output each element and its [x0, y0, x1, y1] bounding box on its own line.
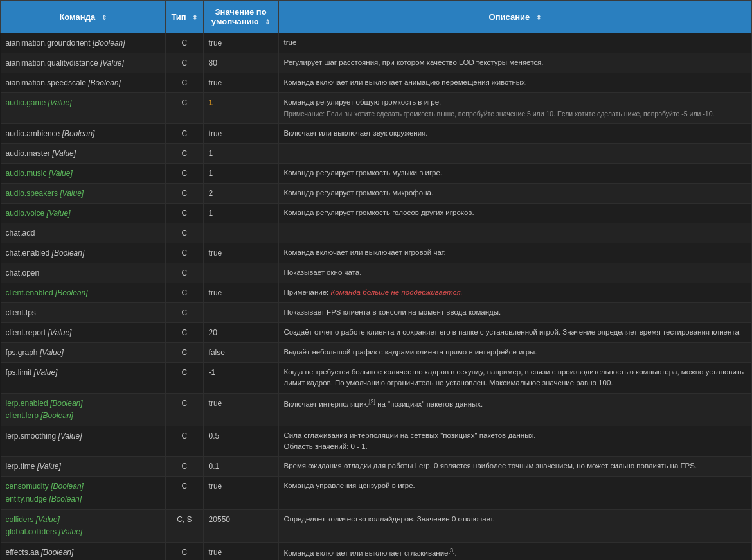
val-cell: 1: [203, 204, 278, 223]
desc-cell: Команда включает или выключает анимацию …: [278, 73, 752, 93]
header-cmd[interactable]: Команда ⇕: [1, 1, 166, 33]
sort-cmd-icon: ⇕: [102, 14, 107, 21]
table-row: aianimation.qualitydistance [Value]C80Ре…: [1, 53, 752, 73]
val-cell: 80: [203, 53, 278, 73]
table-row: fps.graph [Value]CfalseВыдаёт небольшой …: [1, 343, 752, 363]
sort-desc-icon: ⇕: [536, 14, 541, 21]
desc-cell: Команда регулирует громкость голосов дру…: [278, 204, 752, 223]
type-cell: C: [166, 164, 203, 184]
val-cell: 1: [203, 93, 278, 124]
table-row: audio.game [Value]C1Команда регулирует о…: [1, 93, 752, 124]
cmd-cell: chat.enabled [Boolean]: [1, 243, 166, 263]
desc-cell: Команда включает или выключает игровой ч…: [278, 243, 752, 263]
val-cell: true: [203, 393, 278, 426]
type-cell: C: [166, 343, 203, 363]
desc-cell: Команда управления цензурой в игре.: [278, 477, 752, 509]
type-cell: C: [166, 223, 203, 243]
table-row: censomudity [Boolean]entity.nudge [Boole…: [1, 477, 752, 509]
table-row: client.enabled [Boolean]CtrueПримечание:…: [1, 283, 752, 303]
val-cell: -1: [203, 363, 278, 394]
type-cell: C, S: [166, 509, 203, 542]
val-cell: true: [203, 477, 278, 509]
val-cell: false: [203, 343, 278, 363]
type-cell: C: [166, 93, 203, 124]
type-cell: C: [166, 53, 203, 73]
val-cell: true: [203, 124, 278, 144]
desc-cell: Команда регулирует громкость музыки в иг…: [278, 164, 752, 184]
table-row: lerp.time [Value]C0.1Время ожидания отла…: [1, 457, 752, 477]
cmd-cell: audio.master [Value]: [1, 144, 166, 164]
table-row: lerp.smoothing [Value]C0.5Сила сглаживан…: [1, 426, 752, 457]
header-type[interactable]: Тип ⇕: [166, 1, 203, 33]
cmd-cell: aianimation.groundorient [Boolean]: [1, 33, 166, 53]
cmd-cell: effects.aa [Boolean]: [1, 543, 166, 560]
desc-cell: [278, 223, 752, 243]
cmd-cell: audio.music [Value]: [1, 164, 166, 184]
desc-cell: Показывает окно чата.: [278, 263, 752, 283]
val-cell: 20550: [203, 509, 278, 542]
cmd-cell: client.report [Value]: [1, 323, 166, 343]
table-row: colliders [Value]global.colliders [Value…: [1, 509, 752, 542]
cmd-cell: lerp.smoothing [Value]: [1, 426, 166, 457]
cmd-cell: client.fps: [1, 303, 166, 323]
val-cell: true: [203, 33, 278, 53]
table-row: audio.ambience [Boolean]CtrueВключает ил…: [1, 124, 752, 144]
type-cell: C: [166, 457, 203, 477]
cmd-cell: chat.add: [1, 223, 166, 243]
cmd-cell: audio.speakers [Value]: [1, 184, 166, 204]
desc-cell: Включает или выключает звук окружения.: [278, 124, 752, 144]
cmd-cell: client.enabled [Boolean]: [1, 283, 166, 303]
table-row: audio.voice [Value]C1Команда регулирует …: [1, 204, 752, 223]
type-cell: C: [166, 283, 203, 303]
type-cell: C: [166, 323, 203, 343]
desc-cell: Сила сглаживания интерполяции на сетевых…: [278, 426, 752, 457]
desc-cell: Команда регулирует общую громкость в игр…: [278, 93, 752, 124]
cmd-cell: chat.open: [1, 263, 166, 283]
cmd-cell: lerp.time [Value]: [1, 457, 166, 477]
desc-cell: Команда включает или выключает сглаживан…: [278, 543, 752, 560]
table-row: client.report [Value]C20Создаёт отчет о …: [1, 323, 752, 343]
type-cell: C: [166, 303, 203, 323]
val-cell: true: [203, 243, 278, 263]
val-cell: 0.1: [203, 457, 278, 477]
val-cell: true: [203, 73, 278, 93]
table-row: chat.openCПоказывает окно чата.: [1, 263, 752, 283]
type-cell: C: [166, 73, 203, 93]
desc-cell: Когда не требуется большое количество ка…: [278, 363, 752, 394]
cmd-cell: colliders [Value]global.colliders [Value…: [1, 509, 166, 542]
cmd-cell: lerp.enabled [Boolean]client.lerp [Boole…: [1, 393, 166, 426]
val-cell: 0.5: [203, 426, 278, 457]
val-cell: [203, 223, 278, 243]
table-row: lerp.enabled [Boolean]client.lerp [Boole…: [1, 393, 752, 426]
table-row: chat.addC: [1, 223, 752, 243]
desc-cell: Выдаёт небольшой график с кадрами клиент…: [278, 343, 752, 363]
val-cell: 2: [203, 184, 278, 204]
val-cell: true: [203, 543, 278, 560]
desc-cell: Показывает FPS клиента в консоли на моме…: [278, 303, 752, 323]
table-row: effects.aa [Boolean]CtrueКоманда включае…: [1, 543, 752, 560]
type-cell: C: [166, 363, 203, 394]
type-cell: C: [166, 204, 203, 223]
desc-cell: Примечание: Команда больше не поддержива…: [278, 283, 752, 303]
val-cell: 20: [203, 323, 278, 343]
type-cell: C: [166, 263, 203, 283]
cmd-cell: fps.limit [Value]: [1, 363, 166, 394]
desc-cell: Определяет количество коллайдеров. Значе…: [278, 509, 752, 542]
desc-cell: Время ожидания отладки для работы Lerp. …: [278, 457, 752, 477]
desc-cell: Команда регулирует громкость микрофона.: [278, 184, 752, 204]
header-desc[interactable]: Описание ⇕: [278, 1, 752, 33]
val-cell: 1: [203, 144, 278, 164]
val-cell: [203, 303, 278, 323]
cmd-cell: aianimation.qualitydistance [Value]: [1, 53, 166, 73]
table-row: fps.limit [Value]C-1Когда не требуется б…: [1, 363, 752, 394]
type-cell: C: [166, 33, 203, 53]
desc-cell: Регулирует шаг расстояния, при котором к…: [278, 53, 752, 73]
cmd-cell: audio.voice [Value]: [1, 204, 166, 223]
table-row: audio.speakers [Value]C2Команда регулиру…: [1, 184, 752, 204]
cmd-cell: audio.ambience [Boolean]: [1, 124, 166, 144]
cmd-cell: audio.game [Value]: [1, 93, 166, 124]
type-cell: C: [166, 393, 203, 426]
type-cell: C: [166, 144, 203, 164]
header-val[interactable]: Значение по умолчанию ⇕: [203, 1, 278, 33]
val-cell: [203, 263, 278, 283]
